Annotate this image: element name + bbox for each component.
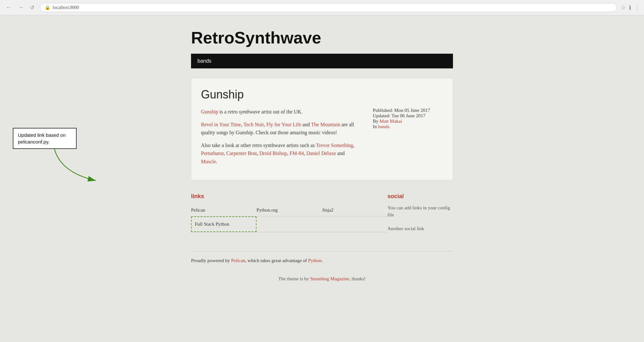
theme-credit: The theme is by Smashing Magazine, thank… <box>191 276 453 282</box>
links-row-2: Full Stack Python <box>191 216 387 232</box>
address-bar[interactable]: 🔒 localhost:8000 <box>40 3 617 12</box>
gunship-link[interactable]: Gunship <box>201 109 218 114</box>
full-stack-python-link[interactable]: Full Stack Python <box>195 218 253 230</box>
footer-credit: Proudly powered by Pelican, which takes … <box>191 258 453 263</box>
forward-button[interactable]: → <box>16 4 26 12</box>
highlighted-link-box: Full Stack Python <box>191 216 257 232</box>
article-content: Gunship is a retro synthwave artist out … <box>201 108 360 170</box>
browser-actions: ☆ ℹ ⋮ <box>621 4 640 11</box>
article-card: Gunship Gunship is a retro synthwave art… <box>191 78 453 180</box>
jinja2-link[interactable]: Jinja2 <box>322 204 387 216</box>
trevor-link[interactable]: Trevor Something <box>316 143 353 148</box>
updated-date: Updated: Tue 06 June 2017 <box>373 113 443 119</box>
site-title: RetroSynthwave <box>191 28 453 47</box>
article-paragraph-3: Also take a look at other retro synthwav… <box>201 141 360 166</box>
footer-prefix: Proudly powered by <box>191 258 231 263</box>
social-heading: social <box>387 193 453 200</box>
footer-python-link[interactable]: Python <box>308 258 322 263</box>
theme-end: , thanks! <box>349 276 366 281</box>
menu-icon[interactable]: ⋮ <box>634 4 640 11</box>
annotation-container: Updated link based on pelicanconf.py. <box>13 128 77 149</box>
nav-bar: bands <box>191 54 453 68</box>
social-text-1: You can add links in your config file <box>387 204 453 219</box>
muscle-link[interactable]: Muscle <box>201 159 216 164</box>
footer-mid: , which takes great advantage of <box>245 258 308 263</box>
browser-nav-buttons: ← → ↺ <box>4 4 36 12</box>
back-button[interactable]: ← <box>4 4 13 12</box>
reload-button[interactable]: ↺ <box>28 4 36 11</box>
info-icon[interactable]: ℹ <box>629 4 631 11</box>
perturbator-link[interactable]: Perturbator <box>201 151 224 156</box>
page-wrapper: RetroSynthwave bands Gunship Gunship is … <box>185 15 459 294</box>
article-body: Gunship is a retro synthwave artist out … <box>201 108 443 170</box>
footer-pelican-link[interactable]: Pelican <box>231 258 245 263</box>
in-prefix: In <box>373 124 378 129</box>
fly-link[interactable]: Fly for Your Life <box>266 122 301 127</box>
annotation-box: Updated link based on pelicanconf.py. <box>13 128 77 149</box>
social-section: social You can add links in your config … <box>387 193 453 239</box>
article-paragraph-2: Revel in Your Time, Tech Noir, Fly for Y… <box>201 120 360 137</box>
fm84-link[interactable]: FM-84 <box>290 151 304 156</box>
category-link[interactable]: bands <box>378 124 389 129</box>
author-line: By Matt Makai <box>373 119 443 124</box>
published-date: Published: Mon 05 June 2017 <box>373 108 443 113</box>
nav-bands-link[interactable]: bands <box>197 58 211 64</box>
url-display: localhost:8000 <box>53 5 79 10</box>
droid-link[interactable]: Droid Bishop <box>259 151 287 156</box>
site-footer: Proudly powered by Pelican, which takes … <box>191 251 453 263</box>
annotation-arrow <box>51 147 115 185</box>
carpenter-link[interactable]: Carpenter Brut <box>226 151 257 156</box>
mountain-link[interactable]: The Mountain <box>311 122 340 127</box>
links-section: links Pelican Python.org Jinja2 Full Sta… <box>191 193 387 239</box>
by-prefix: By <box>373 119 379 124</box>
pelican-link[interactable]: Pelican <box>191 204 257 216</box>
article-title: Gunship <box>201 88 443 101</box>
browser-chrome: ← → ↺ 🔒 localhost:8000 ☆ ℹ ⋮ <box>0 0 644 15</box>
pythonorg-link[interactable]: Python.org <box>257 204 322 216</box>
empty-cell-3 <box>322 216 387 232</box>
links-row-1: Pelican Python.org Jinja2 <box>191 204 387 216</box>
empty-cell-2 <box>257 216 322 232</box>
article-paragraph-1: Gunship is a retro synthwave artist out … <box>201 108 360 116</box>
lock-icon: 🔒 <box>45 5 50 10</box>
annotation-text: Updated link based on pelicanconf.py. <box>18 132 65 144</box>
smashing-magazine-link[interactable]: Smashing Magazine <box>310 276 349 281</box>
social-text-2: Another social link <box>387 225 453 232</box>
author-link[interactable]: Matt Makai <box>379 119 402 124</box>
daniel-link[interactable]: Daniel Deluxe <box>306 151 336 156</box>
article-meta: Published: Mon 05 June 2017 Updated: Tue… <box>373 108 443 170</box>
bookmark-icon[interactable]: ☆ <box>621 4 626 11</box>
tech-noir-link[interactable]: Tech Noir <box>243 122 264 127</box>
footer-end: . <box>322 258 323 263</box>
revel-link[interactable]: Revel in Your Time <box>201 122 241 127</box>
theme-prefix: The theme is by <box>278 276 310 281</box>
category-line: In bands. <box>373 124 443 129</box>
links-heading: links <box>191 193 387 200</box>
footer-section: links Pelican Python.org Jinja2 Full Sta… <box>191 190 453 239</box>
